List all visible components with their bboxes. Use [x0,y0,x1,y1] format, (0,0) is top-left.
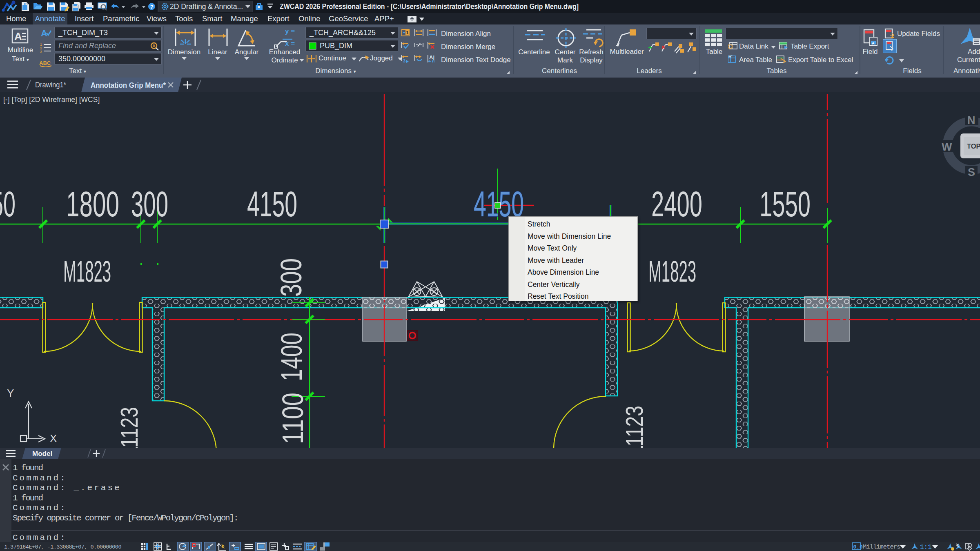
svg-text:y =: y = [285,28,295,35]
svg-text:Millimeters: Millimeters [863,543,900,551]
svg-text:M1823: M1823 [63,255,111,288]
svg-text:X: X [50,432,57,444]
svg-text:TOP: TOP [967,142,980,150]
svg-text:300: 300 [131,184,168,224]
svg-text:A: A [872,41,875,45]
svg-text:2400: 2400 [651,184,702,224]
svg-text:2D Drafting & Annota...: 2D Drafting & Annota... [170,2,243,11]
svg-text:ZWCAD 2026 Professional Editio: ZWCAD 2026 Professional Edition - [C:\Us… [280,2,579,11]
svg-text:Model: Model [32,450,52,458]
svg-text:Y: Y [7,387,14,399]
svg-text:1100: 1100 [276,393,309,444]
svg-text:Annotation Grip Menu*: Annotation Grip Menu* [91,81,166,89]
svg-text:4150: 4150 [247,184,297,224]
svg-text:[-] [Top] [2D Wireframe] [WCS]: [-] [Top] [2D Wireframe] [WCS] [3,96,100,104]
svg-text:M1823: M1823 [648,255,696,288]
svg-text:50: 50 [0,184,16,224]
svg-text:Drawing1*: Drawing1* [35,80,67,89]
svg-text:x =: x = [285,40,295,47]
svg-text:ABC: ABC [39,60,51,66]
svg-text:1550: 1550 [760,184,811,224]
svg-text:?: ? [150,4,154,10]
svg-text:1400: 1400 [275,333,308,381]
svg-text:A: A [14,30,22,42]
svg-text:1: 1 [406,30,409,35]
svg-text:W: W [942,141,952,153]
svg-text:0.0: 0.0 [853,544,863,550]
svg-text:1:1: 1:1 [920,544,932,551]
svg-text:S: S [968,166,975,178]
svg-text:A: A [153,44,156,48]
svg-text:N: N [967,114,976,127]
svg-text:1800: 1800 [66,184,119,224]
svg-text:M²: M² [728,55,733,58]
svg-text:300: 300 [275,258,307,297]
svg-text:3: 3 [40,50,42,54]
svg-text:3: 3 [403,58,405,63]
svg-text:A|: A| [429,54,434,60]
